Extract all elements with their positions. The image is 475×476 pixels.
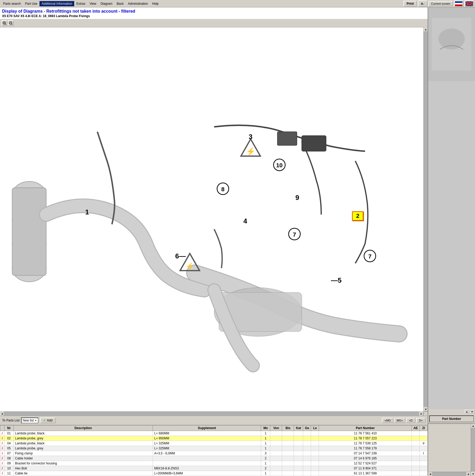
row-ae <box>412 471 420 476</box>
table-row[interactable]: i 02 Lambda probe, grey L= 950MM 1 11 78… <box>0 436 428 441</box>
menu-part-use[interactable]: Part Use <box>23 1 39 6</box>
row-kat <box>294 441 303 446</box>
row-desc: Fixing clamp <box>14 451 153 456</box>
new-list-dropdown[interactable]: New list ▼ <box>21 418 38 423</box>
right-scroll-track[interactable] <box>471 428 475 472</box>
right-scroll-down[interactable]: ▼ <box>471 472 475 476</box>
row-ae <box>412 456 420 461</box>
right-h-scroll-track[interactable] <box>432 472 467 476</box>
row-partnum: 11 78 7 557 223 <box>319 436 412 441</box>
toolbar-btn-a[interactable]: A↓ <box>418 1 427 7</box>
right-h-scroll-right[interactable]: ► <box>467 472 471 476</box>
left-panel: Display of Diagrams - Retrofittings not … <box>0 7 428 476</box>
toolbar-btn-flag[interactable] <box>454 1 463 7</box>
table-row[interactable]: i 10 Hex Bolt M6X16-8.8-ZNS3 2 07 11 9 9… <box>0 466 428 471</box>
parts-controls: To Parts List New list ▼ ✓ Add «MG MG» «… <box>0 416 428 425</box>
row-ae <box>412 441 420 446</box>
right-panel-scrollbar: ▲ ▼ <box>471 424 475 476</box>
diagram-h-scrollbar: ◄ ► <box>0 411 423 416</box>
to-parts-list-label: To Parts List <box>2 419 19 422</box>
row-le <box>311 466 319 471</box>
right-panel-svg <box>432 18 471 71</box>
menu-parts-search[interactable]: Parts search <box>1 1 23 6</box>
row-von <box>270 451 282 456</box>
table-row[interactable]: i 08 Cable holder 2 07 14 6 976 165 <box>0 456 428 461</box>
row-ge <box>303 471 311 476</box>
row-supplement <box>153 461 261 466</box>
zoom-controls <box>0 19 428 27</box>
table-row[interactable]: i 11 Cable tie L=200MM/B=3,6MM 1 61 13 1… <box>0 471 428 476</box>
menu-help[interactable]: Help <box>150 1 161 6</box>
subtitle-name: Lambda Probe Fixings <box>56 14 90 18</box>
panel-nav-down[interactable]: ▼ <box>470 410 474 414</box>
scroll-track-h[interactable] <box>4 412 419 416</box>
subtitle-prefix: X5 E70 SAV X5 4.8i ECE A: <box>2 14 42 18</box>
row-kat <box>294 446 303 451</box>
add-button[interactable]: ✓ Add <box>40 418 56 423</box>
svg-text:⚡: ⚡ <box>186 262 194 271</box>
row-le <box>311 451 319 456</box>
right-h-scroll-left[interactable]: ◄ <box>428 472 432 476</box>
th-partnum: Part Number <box>319 425 412 431</box>
table-row[interactable]: i 01 Lambda probe, black L= 680MM 1 11 7… <box>0 431 428 436</box>
menu-additional-info[interactable]: Additional Information <box>39 1 74 6</box>
table-row[interactable]: i 09 Bracket for connector housing 1 12 … <box>0 461 428 466</box>
row-ae <box>412 436 420 441</box>
menu-administration[interactable]: Administration <box>126 1 150 6</box>
row-le <box>311 456 319 461</box>
menu-extras[interactable]: Extras <box>74 1 87 6</box>
mg-next-button[interactable]: MG» <box>394 418 406 423</box>
table-row[interactable]: i 07 Fixing clamp A=3,5 - 6,0MM 3 07 14 … <box>0 451 428 456</box>
right-scroll-up[interactable]: ▲ <box>471 424 475 428</box>
scroll-left-arrow[interactable]: ◄ <box>0 412 4 416</box>
row-von <box>270 441 282 446</box>
menu-diagram[interactable]: Diagram <box>98 1 114 6</box>
row-me: 1 <box>261 446 270 451</box>
mg-prev-button[interactable]: «MG <box>382 418 393 423</box>
th-kat: Kat <box>294 425 303 431</box>
row-supplement: L= 680MM <box>153 431 261 436</box>
row-icon: i <box>0 471 4 476</box>
row-icon: i <box>0 456 4 461</box>
row-ae <box>412 461 420 466</box>
scroll-track-v[interactable] <box>424 32 428 407</box>
table-row[interactable]: i 05 Lambda probe, grey L= 325MM 1 11 78… <box>0 446 428 451</box>
current-screen-button[interactable]: Current screen <box>428 1 453 6</box>
zoom-out-button[interactable] <box>8 20 14 26</box>
scroll-down-arrow[interactable]: ▼ <box>424 407 428 411</box>
row-bis <box>282 461 294 466</box>
row-le <box>311 446 319 451</box>
svg-text:2: 2 <box>356 213 359 219</box>
row-ae <box>412 431 420 436</box>
d-next-button[interactable]: D» <box>416 418 426 423</box>
row-icon: i <box>0 461 4 466</box>
svg-point-62 <box>438 28 465 50</box>
row-supplement: A=3,5 - 6,0MM <box>153 451 261 456</box>
menu-print[interactable]: Print <box>403 1 417 7</box>
row-ge <box>303 461 311 466</box>
row-le <box>311 471 319 476</box>
row-bis <box>282 441 294 446</box>
menu-back[interactable]: Back <box>114 1 126 6</box>
row-von <box>270 456 282 461</box>
row-ge <box>303 446 311 451</box>
diagram-subtitle: X5 E70 SAV X5 4.8i ECE A: 18_0693 Lambda… <box>2 14 426 18</box>
toolbar-btn-flag2[interactable] <box>464 1 474 7</box>
th-icon <box>0 425 4 431</box>
svg-line-18 <box>12 24 12 25</box>
th-zi: ZI <box>420 425 428 431</box>
diagram-h-scrollbar-row: ◄ ► <box>0 411 428 416</box>
table-row[interactable]: i 04 Lambda probe, black L= 325MM 1 11 7… <box>0 441 428 446</box>
d-prev-button[interactable]: «D <box>406 418 416 423</box>
row-von <box>270 461 282 466</box>
row-kat <box>294 451 303 456</box>
row-bis <box>282 436 294 441</box>
scroll-up-arrow[interactable]: ▲ <box>424 27 428 32</box>
scroll-right-arrow[interactable]: ► <box>419 412 423 416</box>
row-me: 1 <box>261 471 270 476</box>
panel-nav-up[interactable]: ▲ <box>464 410 469 414</box>
row-ge <box>303 431 311 436</box>
row-ae <box>412 451 420 456</box>
menu-view[interactable]: View <box>87 1 98 6</box>
zoom-in-button[interactable] <box>2 20 7 26</box>
